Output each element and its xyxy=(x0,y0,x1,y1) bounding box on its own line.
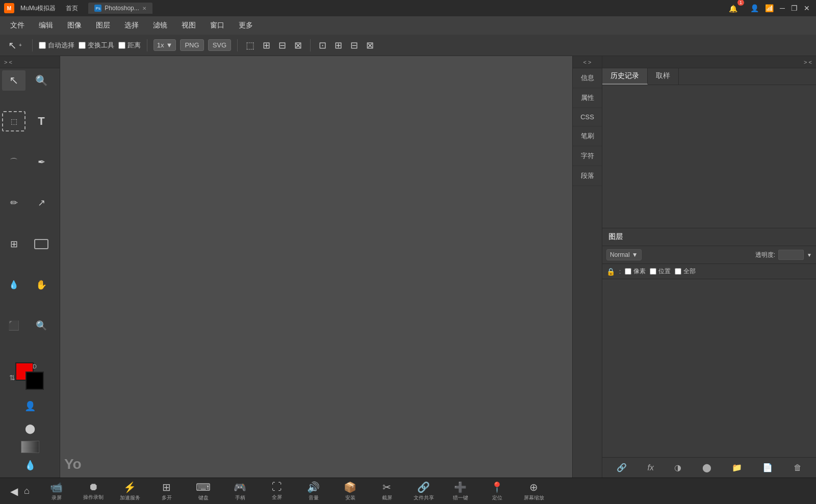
menu-更多[interactable]: 更多 xyxy=(233,19,259,32)
taskbar-screenrecord[interactable]: 📹 录屏 xyxy=(39,479,74,503)
blob-brush-btn[interactable]: ⬤ xyxy=(18,418,42,439)
close-btn[interactable]: ✕ xyxy=(802,4,812,12)
png-button[interactable]: PNG xyxy=(180,39,203,51)
align-right-icon[interactable]: ⊟ xyxy=(276,39,288,52)
lasso-tool-btn[interactable]: ⌒ xyxy=(2,152,26,172)
taskbar-volume[interactable]: 🔊 音量 xyxy=(296,479,332,503)
taskbar-screenzoom[interactable]: ⊕ 屏幕缩放 xyxy=(516,479,552,503)
transform-tool-input[interactable] xyxy=(79,42,86,49)
taskbar-install[interactable]: 📦 安装 xyxy=(333,479,368,503)
menu-滤镜[interactable]: 滤镜 xyxy=(147,19,173,32)
taskbar-macrorecord[interactable]: ⏺ 操作录制 xyxy=(75,479,111,503)
portrait-tool-btn[interactable]: 👤 xyxy=(18,396,42,416)
fx-btn[interactable]: fx xyxy=(645,462,657,473)
select-move-tool[interactable]: ↖+ xyxy=(4,38,26,53)
zoom-in-btn[interactable]: 🔍 xyxy=(30,315,53,336)
tools-collapse-btn[interactable]: > < xyxy=(0,56,60,68)
new-layer-btn[interactable]: 📄 xyxy=(759,462,776,473)
align-bottom-icon[interactable]: ⊠ xyxy=(292,39,304,52)
brush-tool-btn[interactable]: ✏ xyxy=(2,193,26,213)
align-left-icon[interactable]: ⬚ xyxy=(244,39,257,52)
eraser-tool-btn[interactable]: ⬛ xyxy=(2,315,26,336)
auto-select-input[interactable] xyxy=(39,42,46,49)
home-menu-btn[interactable]: 首页 xyxy=(62,3,82,14)
delete-layer-btn[interactable]: 🗑 xyxy=(790,462,805,473)
taskbar-boost[interactable]: ⚡ 加速服务 xyxy=(112,479,148,503)
move-tool-btn[interactable]: ↖ xyxy=(2,70,26,91)
transform-tool-checkbox[interactable]: 变换工具 xyxy=(79,41,114,50)
character-panel-btn[interactable]: 字符 xyxy=(573,146,602,166)
link-layers-btn[interactable]: 🔗 xyxy=(614,462,630,473)
eyedropper-tool-btn[interactable]: 💧 xyxy=(2,275,26,295)
scale-dropdown[interactable]: 1x ▼ xyxy=(154,39,176,51)
menu-文件[interactable]: 文件 xyxy=(4,19,31,32)
gradient-tool[interactable] xyxy=(21,441,39,453)
menu-图像[interactable]: 图像 xyxy=(61,19,88,32)
hand-tool-btn[interactable]: ✋ xyxy=(30,275,53,295)
drop-tool-btn[interactable]: 💧 xyxy=(18,455,42,475)
distance-checkbox[interactable]: 距离 xyxy=(118,41,141,50)
layers-opacity-arrow[interactable]: ▼ xyxy=(807,252,812,258)
crop-tool-btn[interactable]: ⊞ xyxy=(2,234,26,254)
background-color[interactable] xyxy=(26,372,44,390)
paragraph-panel-btn[interactable]: 段落 xyxy=(573,166,602,186)
color-default-btn[interactable]: D xyxy=(33,363,37,369)
lock-pixels-item[interactable]: 像素 xyxy=(625,267,646,276)
taskbar-gamepad[interactable]: 🎮 手柄 xyxy=(222,479,258,503)
color-swap-btn[interactable]: ⇅ xyxy=(9,374,15,382)
properties-panel-btn[interactable]: 属性 xyxy=(573,88,602,108)
taskbar-location[interactable]: 📍 定位 xyxy=(479,479,515,503)
menu-编辑[interactable]: 编辑 xyxy=(33,19,59,32)
taskbar-screenshot[interactable]: ✂ 截屏 xyxy=(369,479,405,503)
minimize-btn[interactable]: ─ xyxy=(778,4,787,12)
distance-input[interactable] xyxy=(118,42,125,49)
right-collapse-btn[interactable]: > < xyxy=(602,56,816,68)
lock-position-checkbox[interactable] xyxy=(650,268,656,275)
layers-mode-dropdown[interactable]: Normal ▼ xyxy=(606,249,642,260)
path-select-btn[interactable]: ↗ xyxy=(30,193,53,213)
svg-button[interactable]: SVG xyxy=(208,39,231,51)
pen-tool-btn[interactable]: ✒ xyxy=(30,152,53,172)
taskbar-fullscreen[interactable]: ⛶ 全屏 xyxy=(259,479,295,503)
distribute-icon3[interactable]: ⊟ xyxy=(348,39,360,52)
notification-icon[interactable]: 🔔1 xyxy=(727,4,746,13)
menu-窗口[interactable]: 窗口 xyxy=(204,19,231,32)
home-btn[interactable]: ⌂ xyxy=(24,486,30,496)
auto-select-checkbox[interactable]: 自动选择 xyxy=(39,41,74,50)
menu-视图[interactable]: 视图 xyxy=(175,19,202,32)
group-btn[interactable]: 📁 xyxy=(729,462,745,473)
middle-collapse-btn[interactable]: < > xyxy=(573,56,602,68)
align-center-icon[interactable]: ⊞ xyxy=(261,39,272,52)
brush-panel-btn[interactable]: 笔刷 xyxy=(573,126,602,146)
taskbar-multiopen[interactable]: ⊞ 多开 xyxy=(149,479,185,503)
lock-pixels-checkbox[interactable] xyxy=(625,268,631,275)
distribute-icon1[interactable]: ⊡ xyxy=(317,39,328,52)
distribute-icon2[interactable]: ⊞ xyxy=(333,39,344,52)
history-tab[interactable]: 历史记录 xyxy=(602,68,648,85)
distribute-icon4[interactable]: ⊠ xyxy=(364,39,376,52)
taskbar-fileshare[interactable]: 🔗 文件共享 xyxy=(406,479,442,503)
user-icon[interactable]: 👤 xyxy=(748,4,761,12)
lock-position-item[interactable]: 位置 xyxy=(650,267,671,276)
info-panel-btn[interactable]: 信息 xyxy=(573,68,602,88)
taskbar-onekey[interactable]: ➕ 猎一键 xyxy=(443,479,478,503)
menu-图层[interactable]: 图层 xyxy=(90,19,116,32)
sample-tab[interactable]: 取样 xyxy=(648,68,679,85)
marquee-tool-btn[interactable]: ⬚ xyxy=(2,111,26,131)
ps-tab[interactable]: Ps Photoshop... ✕ xyxy=(88,3,152,14)
shape-tool-btn[interactable] xyxy=(30,234,53,254)
adjustment-btn[interactable]: ◑ xyxy=(671,462,684,473)
fill-btn[interactable]: ⬤ xyxy=(699,462,715,473)
taskbar-keyboard[interactable]: ⌨ 键盘 xyxy=(186,479,221,503)
lock-all-checkbox[interactable] xyxy=(675,268,681,275)
zoom-tool-btn[interactable]: 🔍 xyxy=(30,70,53,91)
back-btn[interactable]: ◀ xyxy=(10,485,18,497)
ps-tab-close[interactable]: ✕ xyxy=(142,6,146,11)
type-tool-btn[interactable]: T xyxy=(30,111,53,131)
canvas-area[interactable]: Yo xyxy=(60,56,572,478)
menu-选择[interactable]: 选择 xyxy=(118,19,145,32)
restore-btn[interactable]: ❐ xyxy=(789,4,800,12)
css-panel-btn[interactable]: CSS xyxy=(573,108,602,126)
lock-all-item[interactable]: 全部 xyxy=(675,267,696,276)
network-icon[interactable]: 📶 xyxy=(763,4,776,12)
